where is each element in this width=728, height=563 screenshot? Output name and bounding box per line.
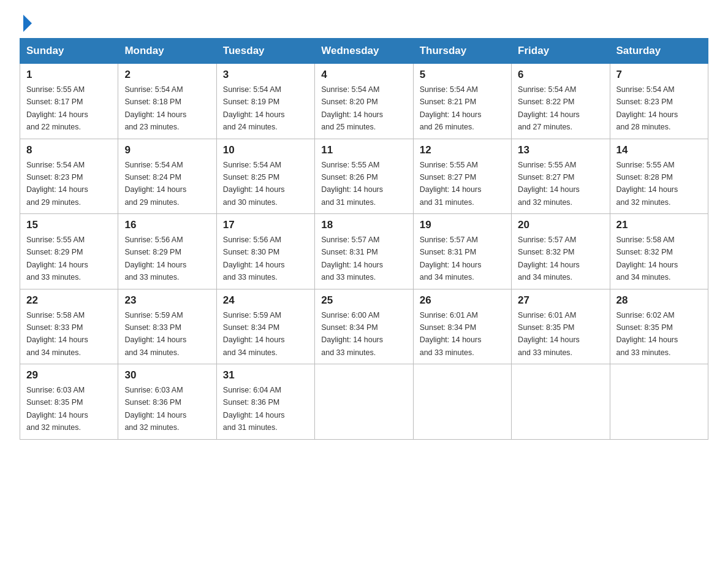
day-number: 11 — [321, 144, 406, 156]
logo-triangle-icon — [23, 15, 32, 32]
day-info: Sunrise: 5:59 AMSunset: 8:34 PMDaylight:… — [223, 311, 285, 357]
calendar-cell: 10 Sunrise: 5:54 AMSunset: 8:25 PMDaylig… — [216, 139, 314, 214]
day-info: Sunrise: 6:00 AMSunset: 8:34 PMDaylight:… — [321, 311, 383, 357]
day-number: 30 — [124, 369, 210, 381]
calendar-cell: 26 Sunrise: 6:01 AMSunset: 8:34 PMDaylig… — [413, 289, 511, 364]
day-number: 17 — [223, 219, 308, 231]
day-number: 26 — [420, 294, 505, 307]
calendar-week-row: 29 Sunrise: 6:03 AMSunset: 8:35 PMDaylig… — [20, 364, 708, 440]
day-info: Sunrise: 5:54 AMSunset: 8:23 PMDaylight:… — [26, 161, 88, 207]
day-number: 8 — [26, 144, 112, 156]
calendar-cell — [413, 364, 511, 440]
logo — [20, 15, 33, 32]
day-info: Sunrise: 6:04 AMSunset: 8:36 PMDaylight:… — [223, 386, 285, 432]
day-info: Sunrise: 5:55 AMSunset: 8:28 PMDaylight:… — [616, 161, 678, 207]
day-number: 7 — [616, 69, 702, 81]
day-number: 18 — [321, 219, 406, 231]
day-info: Sunrise: 5:54 AMSunset: 8:20 PMDaylight:… — [321, 85, 383, 131]
day-number: 31 — [223, 369, 308, 381]
calendar-cell: 22 Sunrise: 5:58 AMSunset: 8:33 PMDaylig… — [20, 289, 118, 364]
day-info: Sunrise: 6:01 AMSunset: 8:35 PMDaylight:… — [518, 311, 580, 357]
calendar-cell: 12 Sunrise: 5:55 AMSunset: 8:27 PMDaylig… — [413, 139, 511, 214]
day-number: 6 — [518, 69, 603, 81]
day-number: 5 — [420, 69, 505, 81]
day-info: Sunrise: 5:56 AMSunset: 8:29 PMDaylight:… — [124, 236, 186, 282]
calendar-cell: 18 Sunrise: 5:57 AMSunset: 8:31 PMDaylig… — [315, 214, 413, 289]
day-number: 19 — [420, 219, 505, 231]
day-number: 9 — [124, 144, 210, 156]
day-info: Sunrise: 5:55 AMSunset: 8:29 PMDaylight:… — [26, 236, 88, 282]
day-number: 24 — [223, 294, 308, 307]
calendar-cell: 15 Sunrise: 5:55 AMSunset: 8:29 PMDaylig… — [20, 214, 118, 289]
day-info: Sunrise: 6:03 AMSunset: 8:36 PMDaylight:… — [124, 386, 186, 432]
calendar-cell: 17 Sunrise: 5:56 AMSunset: 8:30 PMDaylig… — [216, 214, 314, 289]
day-number: 14 — [616, 144, 702, 156]
calendar-cell — [315, 364, 413, 440]
calendar-cell: 9 Sunrise: 5:54 AMSunset: 8:24 PMDayligh… — [118, 139, 216, 214]
calendar-cell: 30 Sunrise: 6:03 AMSunset: 8:36 PMDaylig… — [118, 364, 216, 440]
calendar-week-row: 15 Sunrise: 5:55 AMSunset: 8:29 PMDaylig… — [20, 214, 708, 289]
calendar-cell: 13 Sunrise: 5:55 AMSunset: 8:27 PMDaylig… — [512, 139, 610, 214]
day-info: Sunrise: 6:02 AMSunset: 8:35 PMDaylight:… — [616, 311, 678, 357]
calendar-cell: 11 Sunrise: 5:55 AMSunset: 8:26 PMDaylig… — [315, 139, 413, 214]
day-number: 22 — [26, 294, 112, 307]
day-number: 16 — [124, 219, 210, 231]
calendar-header-row: SundayMondayTuesdayWednesdayThursdayFrid… — [20, 39, 708, 64]
calendar-cell: 6 Sunrise: 5:54 AMSunset: 8:22 PMDayligh… — [512, 64, 610, 139]
day-info: Sunrise: 5:54 AMSunset: 8:22 PMDaylight:… — [518, 85, 580, 131]
calendar-table: SundayMondayTuesdayWednesdayThursdayFrid… — [20, 38, 708, 440]
day-info: Sunrise: 5:54 AMSunset: 8:24 PMDaylight:… — [124, 161, 186, 207]
day-number: 23 — [124, 294, 210, 307]
day-number: 2 — [124, 69, 210, 81]
day-number: 3 — [223, 69, 308, 81]
day-info: Sunrise: 5:55 AMSunset: 8:27 PMDaylight:… — [420, 161, 482, 207]
calendar-header-wednesday: Wednesday — [315, 39, 413, 64]
calendar-cell: 24 Sunrise: 5:59 AMSunset: 8:34 PMDaylig… — [216, 289, 314, 364]
calendar-header-monday: Monday — [118, 39, 216, 64]
calendar-header-saturday: Saturday — [610, 39, 708, 64]
calendar-cell: 31 Sunrise: 6:04 AMSunset: 8:36 PMDaylig… — [216, 364, 314, 440]
calendar-header-sunday: Sunday — [20, 39, 118, 64]
day-info: Sunrise: 5:54 AMSunset: 8:23 PMDaylight:… — [616, 85, 678, 131]
calendar-header-friday: Friday — [512, 39, 610, 64]
day-info: Sunrise: 5:57 AMSunset: 8:32 PMDaylight:… — [518, 236, 580, 282]
day-info: Sunrise: 5:57 AMSunset: 8:31 PMDaylight:… — [420, 236, 482, 282]
day-number: 15 — [26, 219, 112, 231]
day-info: Sunrise: 5:58 AMSunset: 8:32 PMDaylight:… — [616, 236, 678, 282]
day-info: Sunrise: 5:57 AMSunset: 8:31 PMDaylight:… — [321, 236, 383, 282]
calendar-cell: 21 Sunrise: 5:58 AMSunset: 8:32 PMDaylig… — [610, 214, 708, 289]
calendar-cell: 19 Sunrise: 5:57 AMSunset: 8:31 PMDaylig… — [413, 214, 511, 289]
day-info: Sunrise: 5:55 AMSunset: 8:26 PMDaylight:… — [321, 161, 383, 207]
calendar-cell: 7 Sunrise: 5:54 AMSunset: 8:23 PMDayligh… — [610, 64, 708, 139]
day-number: 20 — [518, 219, 603, 231]
day-number: 13 — [518, 144, 603, 156]
calendar-cell — [610, 364, 708, 440]
calendar-cell: 29 Sunrise: 6:03 AMSunset: 8:35 PMDaylig… — [20, 364, 118, 440]
day-number: 12 — [420, 144, 505, 156]
day-info: Sunrise: 5:58 AMSunset: 8:33 PMDaylight:… — [26, 311, 88, 357]
calendar-cell: 14 Sunrise: 5:55 AMSunset: 8:28 PMDaylig… — [610, 139, 708, 214]
day-number: 1 — [26, 69, 112, 81]
day-number: 27 — [518, 294, 603, 307]
calendar-cell: 25 Sunrise: 6:00 AMSunset: 8:34 PMDaylig… — [315, 289, 413, 364]
calendar-cell: 28 Sunrise: 6:02 AMSunset: 8:35 PMDaylig… — [610, 289, 708, 364]
day-number: 25 — [321, 294, 406, 307]
day-number: 29 — [26, 369, 112, 381]
calendar-cell: 20 Sunrise: 5:57 AMSunset: 8:32 PMDaylig… — [512, 214, 610, 289]
day-info: Sunrise: 5:54 AMSunset: 8:21 PMDaylight:… — [420, 85, 482, 131]
day-info: Sunrise: 5:54 AMSunset: 8:19 PMDaylight:… — [223, 85, 285, 131]
page-header — [20, 15, 708, 32]
calendar-cell: 16 Sunrise: 5:56 AMSunset: 8:29 PMDaylig… — [118, 214, 216, 289]
calendar-cell: 4 Sunrise: 5:54 AMSunset: 8:20 PMDayligh… — [315, 64, 413, 139]
calendar-week-row: 22 Sunrise: 5:58 AMSunset: 8:33 PMDaylig… — [20, 289, 708, 364]
day-info: Sunrise: 5:55 AMSunset: 8:17 PMDaylight:… — [26, 85, 88, 131]
day-info: Sunrise: 5:56 AMSunset: 8:30 PMDaylight:… — [223, 236, 285, 282]
calendar-week-row: 1 Sunrise: 5:55 AMSunset: 8:17 PMDayligh… — [20, 64, 708, 139]
calendar-cell: 23 Sunrise: 5:59 AMSunset: 8:33 PMDaylig… — [118, 289, 216, 364]
day-number: 4 — [321, 69, 406, 81]
calendar-cell: 5 Sunrise: 5:54 AMSunset: 8:21 PMDayligh… — [413, 64, 511, 139]
day-info: Sunrise: 6:03 AMSunset: 8:35 PMDaylight:… — [26, 386, 88, 432]
day-number: 21 — [616, 219, 702, 231]
calendar-week-row: 8 Sunrise: 5:54 AMSunset: 8:23 PMDayligh… — [20, 139, 708, 214]
day-info: Sunrise: 5:54 AMSunset: 8:18 PMDaylight:… — [124, 85, 186, 131]
